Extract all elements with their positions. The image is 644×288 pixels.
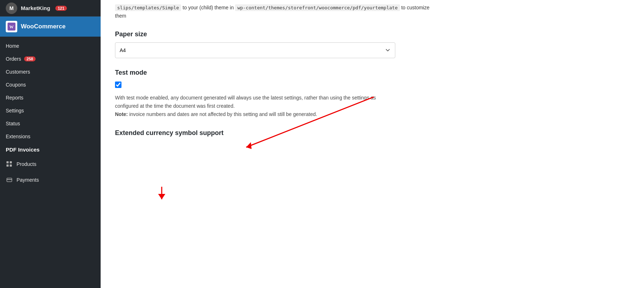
marketking-title: MarketKing [21,5,50,11]
sidebar: M MarketKing 121 W WooCommerce Home Orde… [0,0,101,288]
home-label: Home [6,43,19,49]
paper-size-title: Paper size [115,31,438,38]
test-mode-title: Test mode [115,69,438,76]
payments-label: Payments [17,177,39,183]
sidebar-item-status[interactable]: Status [0,117,101,130]
note-text: invoice numbers and dates are not affect… [128,111,317,117]
coupons-label: Coupons [6,82,26,88]
test-mode-description: With test mode enabled, any document gen… [115,94,395,119]
sidebar-nav: Home Orders 258 Customers Coupons Report… [0,37,101,288]
extended-currency-title: Extended currency symbol support [115,129,438,137]
intro-text-1: to your (child) theme in [183,5,235,10]
sidebar-item-reports[interactable]: Reports [0,91,101,104]
sidebar-item-orders[interactable]: Orders 258 [0,52,101,65]
paper-size-select[interactable]: A4 Letter Legal [115,42,395,58]
products-label: Products [17,161,36,167]
svg-rect-3 [10,161,12,163]
woocommerce-header[interactable]: W WooCommerce [0,17,101,37]
sidebar-item-pdf-invoices[interactable]: PDF Invoices [0,143,101,156]
svg-rect-2 [6,161,9,163]
svg-marker-11 [158,194,165,199]
test-mode-checkbox[interactable] [115,82,121,88]
sidebar-item-customers[interactable]: Customers [0,65,101,78]
svg-rect-7 [7,179,12,180]
content-body: slips/templates/Simple to your (child) t… [115,0,438,137]
orders-label: Orders [6,56,21,62]
marketking-logo: M [6,3,17,14]
woocommerce-logo-box: W [6,21,17,32]
sidebar-item-coupons[interactable]: Coupons [0,78,101,91]
code-path-2: wp-content/themes/storefront/woocommerce… [235,4,400,11]
extensions-label: Extensions [6,134,30,139]
marketking-header[interactable]: M MarketKing 121 [0,0,101,17]
woocommerce-title: WooCommerce [21,23,65,30]
note-label: Note: [115,111,128,117]
paper-size-section: Paper size A4 Letter Legal [115,31,438,58]
extended-currency-section: Extended currency symbol support [115,129,438,137]
status-label: Status [6,121,20,126]
card-icon [6,176,13,184]
svg-rect-5 [10,164,12,167]
code-path-1: slips/templates/Simple [115,4,181,11]
settings-label: Settings [6,108,24,113]
sidebar-item-home[interactable]: Home [0,40,101,52]
sidebar-item-settings[interactable]: Settings [0,104,101,117]
intro-paragraph: slips/templates/Simple to your (child) t… [115,4,438,20]
woocommerce-icon: W [8,23,15,31]
grid-icon [6,161,13,168]
woocommerce-collapse-arrow[interactable] [96,22,101,32]
pdf-invoices-label: PDF Invoices [6,147,40,153]
sidebar-item-payments[interactable]: Payments [0,172,101,188]
main-content: slips/templates/Simple to your (child) t… [101,0,644,288]
test-mode-section: Test mode With test mode enabled, any do… [115,69,438,119]
svg-marker-9 [246,142,252,149]
reports-label: Reports [6,95,23,101]
sidebar-item-products[interactable]: Products [0,156,101,172]
marketking-badge: 121 [55,6,67,11]
svg-rect-4 [6,164,9,167]
test-mode-description-text: With test mode enabled, any document gen… [115,95,376,109]
orders-badge: 258 [24,56,36,61]
customers-label: Customers [6,69,30,75]
svg-text:W: W [9,24,14,29]
sidebar-item-extensions[interactable]: Extensions [0,130,101,143]
test-mode-checkbox-row [115,82,438,88]
